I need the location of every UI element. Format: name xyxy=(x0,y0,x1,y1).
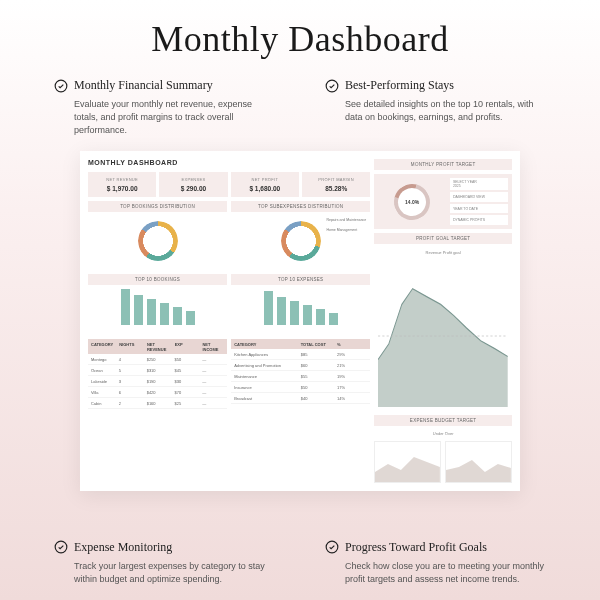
spark-chart xyxy=(374,441,441,483)
check-circle-icon xyxy=(325,540,339,554)
spark-icon xyxy=(446,442,511,482)
area-chart xyxy=(374,261,512,411)
bars-expenses xyxy=(231,285,370,335)
stat-box: SELECT YEAR2025 xyxy=(450,178,508,190)
check-circle-icon xyxy=(325,79,339,93)
spark-chart xyxy=(445,441,512,483)
feature-desc: Track your largest expenses by category … xyxy=(54,560,275,586)
table-row: Cabin2$160$25— xyxy=(88,398,227,409)
kpi-row: NET REVENUE$ 1,970.00 EXPENSES$ 290.00 N… xyxy=(88,172,370,197)
features-top: Monthly Financial Summary Evaluate your … xyxy=(0,60,600,137)
section-expense-budget: EXPENSE BUDGET TARGET xyxy=(374,415,512,426)
section-top-expenses: TOP 10 EXPENSES xyxy=(231,274,370,285)
donut-bookings xyxy=(88,212,227,270)
feature-title: Expense Monitoring xyxy=(74,540,172,555)
svg-point-4 xyxy=(326,542,338,554)
bar xyxy=(264,291,273,325)
bar xyxy=(121,289,130,325)
bar xyxy=(186,311,195,325)
spark-row xyxy=(374,441,512,483)
spark-icon xyxy=(375,442,440,482)
gauge-icon: 14.0% xyxy=(387,177,436,226)
legend: Revenue Profit goal xyxy=(374,248,512,257)
section-goal-target: PROFIT GOAL TARGET xyxy=(374,233,512,244)
bar xyxy=(329,313,338,325)
table-row: Kitchen Appliances$8529% xyxy=(231,349,370,360)
table-bookings: CATEGORY NIGHTS NET REVENUE EXP NET INCO… xyxy=(88,339,227,483)
svg-point-1 xyxy=(326,80,338,92)
bar xyxy=(290,301,299,325)
table-row: Ocean5$310$45— xyxy=(88,365,227,376)
section-top-bookings: TOP 10 BOOKINGS xyxy=(88,274,227,285)
stat-box: DASHBOARD VIEW xyxy=(450,192,508,202)
page-title: Monthly Dashboard xyxy=(0,0,600,60)
bar xyxy=(134,295,143,325)
legend: Under Over xyxy=(374,430,512,437)
bar xyxy=(173,307,182,325)
feature-desc: Evaluate your monthly net revenue, expen… xyxy=(54,98,275,137)
feature-best-stays: Best-Performing Stays See detailed insig… xyxy=(325,78,546,137)
check-circle-icon xyxy=(54,540,68,554)
table-row: Broadcast$4014% xyxy=(231,393,370,404)
table-row: Insurance$5017% xyxy=(231,382,370,393)
table-expenses: CATEGORY TOTAL COST % Kitchen Appliances… xyxy=(231,339,370,483)
bar xyxy=(160,303,169,325)
feature-expense-monitoring: Expense Monitoring Track your largest ex… xyxy=(54,540,275,586)
donut-icon xyxy=(138,221,178,261)
bar xyxy=(303,305,312,325)
feature-financial-summary: Monthly Financial Summary Evaluate your … xyxy=(54,78,275,137)
table-row: Montego4$250$50— xyxy=(88,354,227,365)
feature-profit-goals: Progress Toward Profit Goals Check how c… xyxy=(325,540,546,586)
kpi-net-profit: NET PROFIT$ 1,680.00 xyxy=(231,172,299,197)
gauge-panel: 14.0% SELECT YEAR2025 DASHBOARD VIEW YEA… xyxy=(374,174,512,229)
svg-point-3 xyxy=(55,542,67,554)
kpi-profit-margin: PROFIT MARGIN85.28% xyxy=(302,172,370,197)
feature-desc: See detailed insights on the top 10 rent… xyxy=(325,98,546,124)
dashboard-preview: MONTHLY DASHBOARD NET REVENUE$ 1,970.00 … xyxy=(80,151,520,491)
section-subexpense-dist: TOP SUBEXPENSES DISTRIBUTION xyxy=(231,201,370,212)
feature-title: Best-Performing Stays xyxy=(345,78,454,93)
bar xyxy=(277,297,286,325)
check-circle-icon xyxy=(54,79,68,93)
table-head: CATEGORY TOTAL COST % xyxy=(231,339,370,349)
bar xyxy=(147,299,156,325)
table-row: Advertising and Promotion$6021% xyxy=(231,360,370,371)
section-bookings-dist: TOP BOOKINGS DISTRIBUTION xyxy=(88,201,227,212)
bar xyxy=(316,309,325,325)
donut-legend: Repairs and Maintenance Home Management xyxy=(326,218,366,233)
bars-bookings xyxy=(88,285,227,335)
feature-title: Monthly Financial Summary xyxy=(74,78,213,93)
table-row: Villa6$420$70— xyxy=(88,387,227,398)
kpi-net-revenue: NET REVENUE$ 1,970.00 xyxy=(88,172,156,197)
kpi-expenses: EXPENSES$ 290.00 xyxy=(159,172,227,197)
section-profit-target: MONTHLY PROFIT TARGET xyxy=(374,159,512,170)
dashboard-heading: MONTHLY DASHBOARD xyxy=(88,159,370,166)
stat-box: DYNAMIC PROFITS xyxy=(450,215,508,225)
donut-subexpense: Repairs and Maintenance Home Management xyxy=(231,212,370,270)
donut-icon xyxy=(281,221,321,261)
features-bottom: Expense Monitoring Track your largest ex… xyxy=(0,522,600,586)
table-head: CATEGORY NIGHTS NET REVENUE EXP NET INCO… xyxy=(88,339,227,354)
table-row: Maintenance$5519% xyxy=(231,371,370,382)
area-chart-icon xyxy=(378,265,508,407)
stat-box: YEAR TO DATE xyxy=(450,204,508,214)
svg-point-0 xyxy=(55,80,67,92)
table-row: Lakeside3$190$30— xyxy=(88,376,227,387)
feature-title: Progress Toward Profit Goals xyxy=(345,540,487,555)
feature-desc: Check how close you are to meeting your … xyxy=(325,560,546,586)
